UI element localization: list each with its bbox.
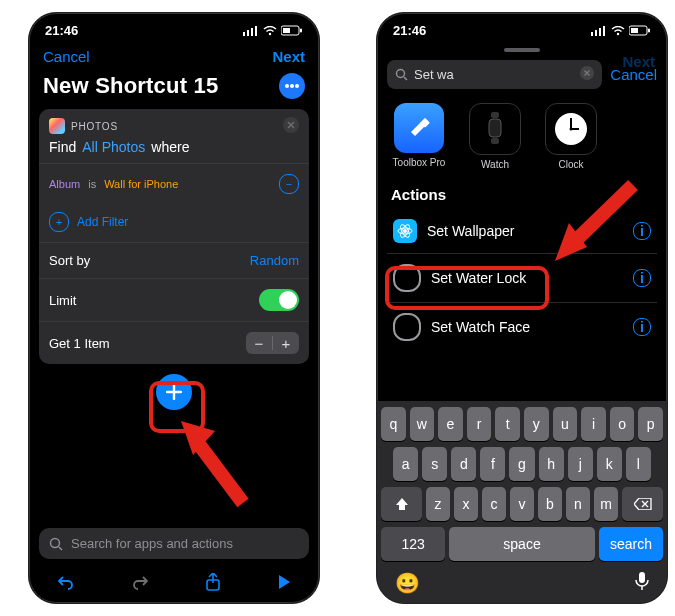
card-app-label: PHOTOS xyxy=(71,121,118,132)
action-set-watch-face[interactable]: Set Watch Face i xyxy=(387,303,657,351)
app-label: Clock xyxy=(543,159,599,170)
key-p[interactable]: p xyxy=(638,407,663,441)
dictation-button[interactable] xyxy=(635,571,649,595)
more-button[interactable] xyxy=(279,73,305,99)
undo-icon xyxy=(57,574,75,590)
key-row-4: 123 space search xyxy=(381,527,663,561)
key-123[interactable]: 123 xyxy=(381,527,445,561)
key-x[interactable]: x xyxy=(454,487,478,521)
key-q[interactable]: q xyxy=(381,407,406,441)
key-n[interactable]: n xyxy=(566,487,590,521)
run-button[interactable] xyxy=(277,574,291,594)
shift-icon xyxy=(395,497,409,511)
status-time: 21:46 xyxy=(393,23,426,38)
filter-op[interactable]: is xyxy=(88,178,96,190)
keyboard-bottom: 😀 xyxy=(381,567,663,597)
app-label: Watch xyxy=(467,159,523,170)
key-h[interactable]: h xyxy=(539,447,564,481)
next-button[interactable]: Next xyxy=(272,48,305,65)
battery-icon xyxy=(629,25,651,36)
play-icon xyxy=(277,574,291,590)
count-stepper[interactable]: − + xyxy=(246,332,299,354)
add-filter-button[interactable]: + Add Filter xyxy=(39,204,309,242)
sort-row[interactable]: Sort by Random xyxy=(39,243,309,278)
key-o[interactable]: o xyxy=(610,407,635,441)
share-button[interactable] xyxy=(205,573,221,595)
action-info-button[interactable]: i xyxy=(633,269,651,287)
cancel-button[interactable]: Cancel xyxy=(43,48,90,65)
key-m[interactable]: m xyxy=(594,487,618,521)
find-row[interactable]: Find All Photos where xyxy=(39,139,309,163)
action-info-button[interactable]: i xyxy=(633,318,651,336)
watch-outline-icon xyxy=(393,264,421,292)
key-w[interactable]: w xyxy=(410,407,435,441)
find-scope[interactable]: All Photos xyxy=(82,139,145,155)
redo-icon xyxy=(131,574,149,590)
filter-value[interactable]: Wall for iPhone xyxy=(104,178,178,190)
key-t[interactable]: t xyxy=(495,407,520,441)
close-icon xyxy=(283,117,299,133)
search-icon xyxy=(395,68,408,81)
key-i[interactable]: i xyxy=(581,407,606,441)
key-r[interactable]: r xyxy=(467,407,492,441)
key-k[interactable]: k xyxy=(597,447,622,481)
key-d[interactable]: d xyxy=(451,447,476,481)
key-y[interactable]: y xyxy=(524,407,549,441)
app-toolbox-pro[interactable]: Toolbox Pro xyxy=(391,103,447,170)
key-a[interactable]: a xyxy=(393,447,418,481)
action-info-button[interactable]: i xyxy=(633,222,651,240)
card-close-button[interactable] xyxy=(283,117,299,135)
svg-rect-15 xyxy=(591,32,593,36)
plus-circle-icon: + xyxy=(49,212,69,232)
svg-point-10 xyxy=(295,84,299,88)
limit-toggle[interactable] xyxy=(259,289,299,311)
remove-filter-button[interactable]: − xyxy=(279,174,299,194)
svg-line-24 xyxy=(404,77,407,80)
redo-button[interactable] xyxy=(131,574,149,594)
emoji-button[interactable]: 😀 xyxy=(395,571,420,595)
add-action-button[interactable] xyxy=(156,374,192,410)
key-s[interactable]: s xyxy=(422,447,447,481)
stepper-plus[interactable]: + xyxy=(273,332,299,354)
key-space[interactable]: space xyxy=(449,527,595,561)
search-input[interactable]: Set wa xyxy=(387,60,602,89)
key-b[interactable]: b xyxy=(538,487,562,521)
key-z[interactable]: z xyxy=(426,487,450,521)
svg-point-19 xyxy=(617,32,619,34)
stepper-minus[interactable]: − xyxy=(246,332,272,354)
filter-row[interactable]: Album is Wall for iPhone − xyxy=(39,164,309,204)
app-label: Toolbox Pro xyxy=(391,157,447,168)
search-bar[interactable]: Search for apps and actions xyxy=(39,528,309,559)
svg-rect-28 xyxy=(491,112,499,118)
svg-rect-2 xyxy=(251,28,253,36)
key-f[interactable]: f xyxy=(480,447,505,481)
key-shift[interactable] xyxy=(381,487,422,521)
app-clock[interactable]: Clock xyxy=(543,103,599,170)
mic-icon xyxy=(635,571,649,591)
status-bar: 21:46 xyxy=(29,13,319,42)
key-j[interactable]: j xyxy=(568,447,593,481)
action-set-wallpaper[interactable]: Set Wallpaper i xyxy=(387,209,657,254)
section-actions: Actions xyxy=(377,182,667,209)
undo-button[interactable] xyxy=(57,574,75,594)
key-g[interactable]: g xyxy=(509,447,534,481)
key-e[interactable]: e xyxy=(438,407,463,441)
key-backspace[interactable] xyxy=(622,487,663,521)
photos-app-icon xyxy=(49,118,65,134)
key-v[interactable]: v xyxy=(510,487,534,521)
key-l[interactable]: l xyxy=(626,447,651,481)
app-watch[interactable]: Watch xyxy=(467,103,523,170)
share-icon xyxy=(205,573,221,591)
clear-search-button[interactable] xyxy=(580,66,594,83)
action-label: Set Wallpaper xyxy=(427,223,514,239)
key-c[interactable]: c xyxy=(482,487,506,521)
key-search[interactable]: search xyxy=(599,527,663,561)
sheet-grabber[interactable] xyxy=(504,48,540,52)
card-header: PHOTOS xyxy=(39,109,309,139)
svg-point-23 xyxy=(397,70,405,78)
next-button-partial[interactable]: Next xyxy=(622,53,655,70)
action-set-water-lock[interactable]: Set Water Lock i xyxy=(387,254,657,303)
sort-value[interactable]: Random xyxy=(250,253,299,268)
key-u[interactable]: u xyxy=(553,407,578,441)
filter-key[interactable]: Album xyxy=(49,178,80,190)
